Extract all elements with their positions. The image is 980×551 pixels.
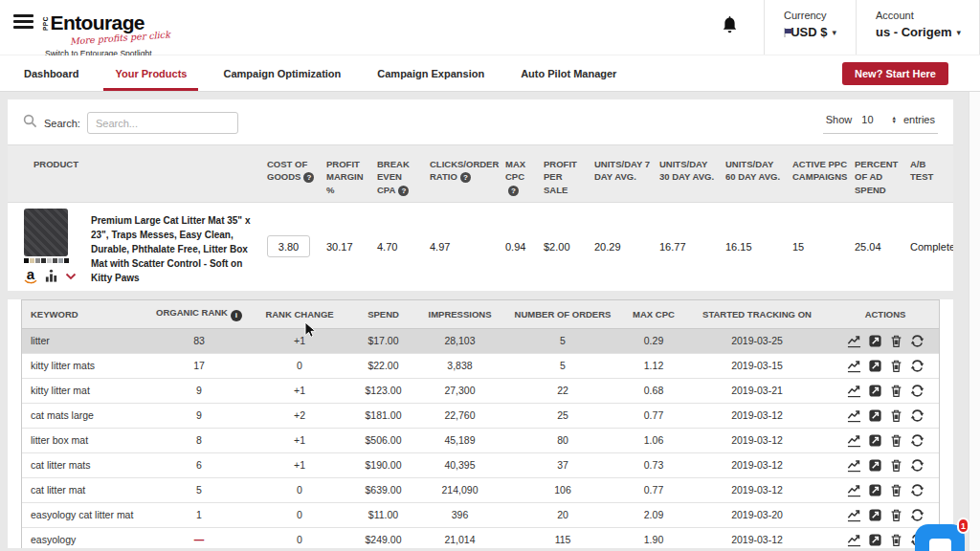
- help-icon[interactable]: ?: [508, 186, 519, 196]
- edit-icon[interactable]: [868, 408, 882, 423]
- help-icon[interactable]: ?: [303, 172, 314, 183]
- top-header: PPC Entourage More profits per click Swi…: [0, 0, 980, 55]
- keyword-row[interactable]: litter83+1$17.0028,10350.292019-03-25: [22, 328, 939, 353]
- keyword-row[interactable]: cat litter mats6+1$190.0040,395370.73201…: [22, 452, 939, 477]
- trend-chart-icon[interactable]: [847, 384, 861, 398]
- sales-stats-icon[interactable]: [44, 269, 58, 285]
- column-header-organic-rank[interactable]: ORGANIC RANKi: [146, 300, 252, 329]
- delete-icon[interactable]: [889, 533, 903, 547]
- brand-logo[interactable]: PPC Entourage More profits per click Swi…: [43, 11, 170, 60]
- delete-icon[interactable]: [889, 508, 903, 522]
- column-header-actions[interactable]: ACTIONS: [832, 300, 939, 329]
- refresh-icon[interactable]: [910, 384, 924, 398]
- edit-icon[interactable]: [868, 533, 882, 547]
- keyword-cell: litter box mat: [22, 428, 146, 452]
- delete-icon[interactable]: [889, 483, 903, 497]
- trend-chart-icon[interactable]: [847, 334, 861, 348]
- tab-auto-pilot-manager[interactable]: Auto Pilot Manager: [502, 55, 635, 91]
- keyword-row[interactable]: easyology—0$249.0021,0141151.902019-03-1…: [22, 527, 939, 548]
- edit-icon[interactable]: [868, 384, 882, 398]
- column-header-number-of-orders[interactable]: NUMBER OF ORDERS: [501, 300, 625, 329]
- delete-icon[interactable]: [889, 334, 903, 348]
- rank-change-cell: +1: [252, 328, 347, 353]
- delete-icon[interactable]: [889, 433, 903, 448]
- page-scrollbar[interactable]: [969, 92, 980, 551]
- trend-chart-icon[interactable]: [847, 483, 861, 497]
- info-icon[interactable]: i: [231, 310, 242, 321]
- column-header-rank-change[interactable]: RANK CHANGE: [252, 300, 347, 329]
- expand-chevron-icon[interactable]: [65, 271, 77, 282]
- max-cpc-cell: 2.09: [625, 502, 682, 527]
- max-cpc-cell: 0.29: [625, 328, 682, 353]
- notifications-bell-icon[interactable]: [721, 15, 739, 40]
- section-divider: [8, 291, 953, 299]
- edit-icon[interactable]: [868, 458, 882, 473]
- show-entries-select[interactable]: 10: [861, 114, 873, 125]
- tab-campaign-expansion[interactable]: Campaign Expansion: [359, 55, 502, 91]
- refresh-icon[interactable]: [910, 458, 924, 473]
- refresh-icon[interactable]: [910, 408, 924, 423]
- edit-icon[interactable]: [868, 359, 882, 373]
- column-header-impressions[interactable]: IMPRESSIONS: [419, 300, 501, 329]
- edit-icon[interactable]: [868, 334, 882, 348]
- help-icon[interactable]: ?: [460, 172, 471, 183]
- refresh-icon[interactable]: [910, 359, 924, 373]
- orders-cell: 115: [501, 527, 625, 548]
- max-cpc-cell: 0.77: [625, 477, 682, 502]
- delete-icon[interactable]: [889, 384, 903, 398]
- main-nav: DashboardYour ProductsCampaign Optimizat…: [0, 55, 980, 92]
- column-header-keyword[interactable]: KEYWORD: [22, 300, 146, 329]
- account-selector[interactable]: Account us - Corigem ▾: [856, 0, 980, 55]
- delete-icon[interactable]: [889, 359, 903, 373]
- select-arrows-icon[interactable]: ▲▼: [892, 116, 897, 124]
- nav-tabs: DashboardYour ProductsCampaign Optimizat…: [0, 55, 635, 91]
- search-input[interactable]: [87, 112, 238, 134]
- edit-icon[interactable]: [868, 483, 882, 497]
- help-icon[interactable]: ?: [398, 186, 409, 196]
- refresh-icon[interactable]: [910, 433, 924, 448]
- tab-campaign-optimization[interactable]: Campaign Optimization: [205, 55, 359, 91]
- amazon-listing-icon[interactable]: a: [24, 269, 37, 284]
- product-table: PRODUCTCOST OF GOODS?PROFIT MARGIN %BREA…: [8, 144, 953, 291]
- actions-cell: [832, 428, 939, 452]
- cost-of-goods-input[interactable]: [267, 235, 310, 257]
- trend-chart-icon[interactable]: [847, 408, 861, 423]
- tab-your-products[interactable]: Your Products: [97, 55, 205, 91]
- column-header-started-tracking-on[interactable]: STARTED TRACKING ON: [682, 300, 832, 329]
- edit-icon[interactable]: [868, 508, 882, 522]
- refresh-icon[interactable]: [910, 334, 924, 348]
- tab-dashboard[interactable]: Dashboard: [6, 55, 97, 91]
- trend-chart-icon[interactable]: [847, 359, 861, 373]
- impressions-cell: 396: [419, 502, 501, 527]
- impressions-cell: 27,300: [419, 378, 501, 403]
- currency-selector[interactable]: Currency USD $ ▾: [764, 0, 856, 55]
- delete-icon[interactable]: [889, 408, 903, 423]
- keyword-row[interactable]: cat mats large9+2$181.0022,760250.772019…: [22, 403, 939, 428]
- hamburger-menu-icon[interactable]: [13, 14, 33, 32]
- organic-rank-cell: 9: [146, 403, 252, 428]
- new-start-here-button[interactable]: New? Start Here: [842, 62, 948, 85]
- keyword-row[interactable]: kitty litter mats170$22.003,83851.122019…: [22, 353, 939, 378]
- refresh-icon[interactable]: [910, 508, 924, 522]
- delete-icon[interactable]: [889, 458, 903, 473]
- refresh-icon[interactable]: [910, 483, 924, 497]
- ab-test-status: Complete: [904, 202, 953, 291]
- column-header-spend[interactable]: SPEND: [347, 300, 419, 329]
- keyword-row[interactable]: kitty litter mat9+1$123.0027,300220.6820…: [22, 378, 939, 403]
- keyword-row[interactable]: litter box mat8+1$506.0045,189801.062019…: [22, 428, 939, 452]
- chat-widget-button[interactable]: 1: [915, 524, 965, 551]
- column-header-max-cpc[interactable]: MAX CPC: [625, 300, 682, 329]
- column-header-units-day-60-day-avg: UNITS/DAY 60 DAY AVG.: [720, 145, 787, 203]
- column-header-units-day-7-day-avg: UNITS/DAY 7 DAY AVG.: [589, 145, 654, 203]
- rank-change-cell: +1: [252, 378, 347, 403]
- product-title: Premium Large Cat Litter Mat 35" x 23", …: [91, 209, 259, 285]
- product-image: [24, 209, 77, 263]
- active-ppc-campaigns-value: 15: [787, 202, 849, 291]
- edit-icon[interactable]: [868, 433, 882, 448]
- trend-chart-icon[interactable]: [847, 533, 861, 547]
- trend-chart-icon[interactable]: [847, 433, 861, 448]
- trend-chart-icon[interactable]: [847, 508, 861, 522]
- keyword-row[interactable]: easyology cat litter mat10$11.00396202.0…: [22, 502, 939, 527]
- trend-chart-icon[interactable]: [847, 458, 861, 473]
- keyword-row[interactable]: cat litter mat50$639.00214,0901060.77201…: [22, 477, 939, 502]
